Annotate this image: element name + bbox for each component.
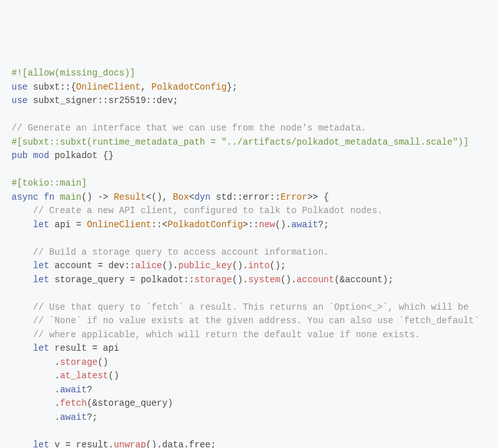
code-token: subxt_signer::sr25519::dev; <box>28 95 178 106</box>
code-token: . <box>12 385 60 395</box>
code-token: account = dev:: <box>49 260 135 271</box>
code-token: v = result. <box>49 440 114 449</box>
code-token: #[tokio::main] <box>12 178 87 188</box>
code-line: #![allow(missing_docs)] <box>12 68 135 78</box>
code-token: () <box>97 357 108 367</box>
code-token: let <box>33 343 49 353</box>
code-token: (&storage_query) <box>87 398 173 408</box>
code-token: // Use that query to `fetch` a result. T… <box>33 302 469 312</box>
code-line: let account = dev::alice().public_key().… <box>12 260 286 271</box>
code-block: #![allow(missing_docs)] use subxt::{Onli… <box>12 67 486 448</box>
code-token: storage <box>60 357 98 367</box>
code-token: let <box>33 220 49 230</box>
code-token <box>12 205 33 216</box>
code-line: use subxt_signer::sr25519::dev; <box>12 95 178 106</box>
code-token: unwrap <box>114 440 146 449</box>
code-token <box>12 260 33 271</box>
code-token: into <box>248 260 270 271</box>
code-token <box>12 275 33 285</box>
code-line: .at_latest() <box>12 371 119 381</box>
code-line: // Use that query to `fetch` a result. T… <box>12 302 469 312</box>
code-token: <(), <box>146 192 173 202</box>
code-line: .await? <box>12 385 92 395</box>
code-token: Box <box>173 192 189 202</box>
code-token <box>12 440 33 449</box>
code-line: let result = api <box>12 343 119 353</box>
code-token: std::error:: <box>211 192 280 202</box>
code-line: // Generate an interface that we can use… <box>12 123 367 133</box>
code-token: (). <box>232 275 248 285</box>
code-token: () -> <box>81 192 113 202</box>
code-token: . <box>12 371 60 381</box>
code-token: dyn <box>195 192 211 202</box>
code-token: // Build a storage query to access accou… <box>33 247 329 257</box>
code-token: (). <box>280 275 296 285</box>
code-token: #[subxt::subxt(runtime_metadata_path = "… <box>12 137 469 147</box>
code-token: ? <box>87 385 92 395</box>
code-token: await <box>60 385 87 395</box>
code-token: (). <box>232 260 248 271</box>
code-token: storage_query = polkadot:: <box>49 275 195 285</box>
code-line: .fetch(&storage_query) <box>12 398 173 408</box>
code-line: // where applicable, which will return t… <box>12 330 421 340</box>
code-line: let api = OnlineClient::<PolkadotConfig>… <box>12 220 329 230</box>
code-token: // Generate an interface that we can use… <box>12 123 367 133</box>
code-token: ().data.free; <box>146 440 216 449</box>
code-token: polkadot <box>49 150 103 161</box>
code-token: ?; <box>318 220 329 230</box>
code-line: .await?; <box>12 412 97 422</box>
code-token: use <box>12 95 28 106</box>
code-token: (). <box>162 260 178 271</box>
code-line: #[subxt::subxt(runtime_metadata_path = "… <box>12 137 469 147</box>
code-token: ::< <box>151 220 167 230</box>
code-token: system <box>248 275 280 285</box>
code-token <box>12 343 33 353</box>
code-token: await <box>60 412 87 422</box>
code-token: let <box>33 260 49 271</box>
code-token: Result <box>114 192 146 202</box>
code-line: use subxt::{OnlineClient, PolkadotConfig… <box>12 82 237 92</box>
code-line: async fn main() -> Result<(), Box<dyn st… <box>12 192 329 202</box>
code-token: account <box>296 275 334 285</box>
code-token: >> { <box>307 192 329 202</box>
code-token: alice <box>135 260 162 271</box>
code-token: OnlineClient <box>87 220 152 230</box>
code-token: storage <box>195 275 232 285</box>
code-token: {} <box>103 150 114 161</box>
code-line: // `None` if no value exists at the give… <box>12 316 479 326</box>
code-line: let v = result.unwrap().data.free; <box>12 440 216 449</box>
code-token: // Create a new API client, configured t… <box>33 205 383 216</box>
code-token: (). <box>275 220 291 230</box>
code-token: pub mod <box>12 150 49 161</box>
code-token: main <box>54 192 81 202</box>
code-token: . <box>12 412 60 422</box>
code-token: < <box>189 192 194 202</box>
code-line: #[tokio::main] <box>12 178 87 188</box>
code-token: . <box>12 398 60 408</box>
code-token: api = <box>49 220 87 230</box>
code-token: // `None` if no value exists at the give… <box>33 316 479 326</box>
code-token: let <box>33 440 49 449</box>
code-line: pub mod polkadot {} <box>12 150 114 161</box>
code-token: () <box>108 371 119 381</box>
code-token: async fn <box>12 192 54 202</box>
code-token: result = api <box>49 343 119 353</box>
code-token: fetch <box>60 398 87 408</box>
code-token: await <box>291 220 318 230</box>
code-token: at_latest <box>60 371 109 381</box>
code-token: #![allow(missing_docs)] <box>12 68 135 78</box>
code-line: // Create a new API client, configured t… <box>12 205 383 216</box>
code-token: }; <box>227 82 237 92</box>
code-token: >:: <box>243 220 259 230</box>
code-token: PolkadotConfig <box>168 220 243 230</box>
code-token <box>12 330 33 340</box>
code-line: let storage_query = polkadot::storage().… <box>12 275 394 285</box>
code-token: . <box>12 357 60 367</box>
code-token: use <box>12 82 28 92</box>
code-token: subxt:: <box>28 82 70 92</box>
code-token: public_key <box>178 260 232 271</box>
code-token: (&account); <box>334 275 393 285</box>
code-token: let <box>33 275 49 285</box>
code-token: Error <box>280 192 307 202</box>
code-token <box>12 302 33 312</box>
